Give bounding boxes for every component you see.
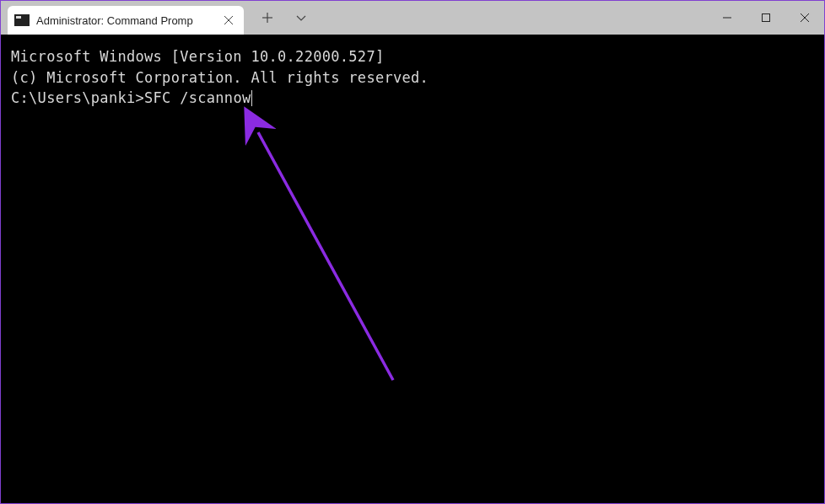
- minimize-button[interactable]: [708, 1, 747, 35]
- command-text: SFC /scannow: [144, 89, 251, 106]
- close-window-button[interactable]: [785, 1, 824, 35]
- prompt-line: C:\Users\panki>SFC /scannow: [11, 88, 814, 109]
- cmd-icon: [14, 14, 30, 26]
- tab-title: Administrator: Command Promp: [36, 14, 215, 27]
- copyright-line: (c) Microsoft Corporation. All rights re…: [11, 67, 814, 88]
- terminal-output[interactable]: Microsoft Windows [Version 10.0.22000.52…: [1, 35, 824, 503]
- titlebar: Administrator: Command Promp: [1, 1, 824, 35]
- new-tab-button[interactable]: [254, 4, 281, 31]
- maximize-button[interactable]: [747, 1, 785, 35]
- svg-line-8: [258, 132, 393, 380]
- minimize-icon: [722, 13, 732, 23]
- svg-rect-5: [763, 14, 770, 22]
- tab-dropdown-button[interactable]: [288, 4, 315, 31]
- tab-close-button[interactable]: [222, 13, 235, 27]
- version-line: Microsoft Windows [Version 10.0.22000.52…: [11, 46, 814, 67]
- chevron-down-icon: [295, 12, 307, 24]
- window-controls: [708, 1, 824, 35]
- tab-actions: [254, 1, 315, 35]
- tab-active[interactable]: Administrator: Command Promp: [8, 6, 244, 35]
- close-icon: [224, 16, 233, 24]
- prompt-path: C:\Users\panki>: [11, 89, 144, 106]
- plus-icon: [262, 12, 273, 24]
- maximize-icon: [761, 13, 771, 23]
- close-icon: [800, 13, 810, 23]
- cursor: [251, 90, 252, 106]
